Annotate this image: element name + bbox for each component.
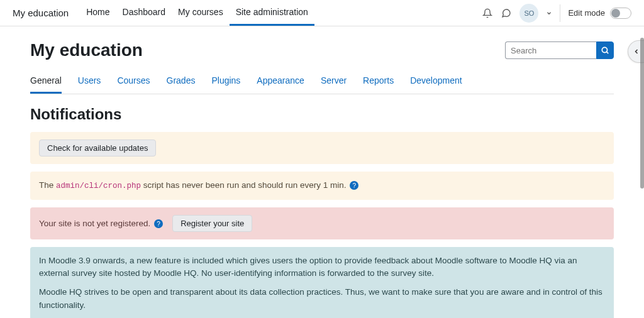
section-title: Notifications	[30, 106, 614, 123]
search-button[interactable]	[596, 41, 614, 59]
edit-mode-toggle[interactable]	[610, 8, 631, 19]
help-icon[interactable]: ?	[154, 219, 163, 228]
brand-name[interactable]: My education	[13, 8, 69, 18]
search-input[interactable]	[505, 41, 596, 59]
nav-site-administration[interactable]: Site administration	[230, 0, 314, 26]
cron-code: admin/cli/cron.php	[56, 182, 141, 190]
notifications-bell-icon[interactable]	[482, 8, 493, 19]
feedback-paragraph-1: In Moodle 3.9 onwards, a new feature is …	[39, 255, 605, 280]
alert-check-updates: Check for available updates	[30, 132, 614, 164]
alert-feedback: In Moodle 3.9 onwards, a new feature is …	[30, 247, 614, 318]
tab-users[interactable]: Users	[78, 72, 101, 94]
divider	[560, 4, 560, 22]
user-avatar[interactable]: SO	[519, 4, 538, 23]
page-title: My education	[30, 40, 143, 60]
cron-text-prefix: The	[39, 180, 56, 190]
alert-cron: The admin/cli/cron.php script has never …	[30, 172, 614, 200]
tab-plugins[interactable]: Plugins	[211, 72, 240, 94]
tab-appearance[interactable]: Appearance	[257, 72, 304, 94]
admin-tabs: General Users Courses Grades Plugins App…	[30, 72, 614, 94]
admin-search	[505, 41, 614, 59]
tab-courses[interactable]: Courses	[117, 72, 150, 94]
help-icon[interactable]: ?	[350, 181, 358, 190]
edit-mode-label: Edit mode	[568, 8, 605, 18]
svg-line-1	[607, 52, 609, 54]
primary-nav: Home Dashboard My courses Site administr…	[80, 0, 314, 26]
edit-mode-control: Edit mode	[568, 8, 631, 19]
tab-development[interactable]: Development	[410, 72, 462, 94]
tab-grades[interactable]: Grades	[167, 72, 196, 94]
tab-server[interactable]: Server	[321, 72, 347, 94]
user-menu-caret-icon[interactable]	[546, 10, 552, 16]
page-content: My education General Users Courses Grade…	[0, 26, 644, 318]
messages-chat-icon[interactable]	[501, 8, 512, 19]
check-updates-button[interactable]: Check for available updates	[39, 140, 156, 156]
topbar-right: SO Edit mode	[482, 4, 638, 23]
tab-reports[interactable]: Reports	[363, 72, 394, 94]
top-navbar: My education Home Dashboard My courses S…	[0, 0, 644, 26]
tab-general[interactable]: General	[30, 72, 62, 94]
nav-dashboard[interactable]: Dashboard	[116, 0, 172, 26]
svg-point-0	[602, 47, 607, 52]
search-icon	[601, 46, 609, 55]
nav-home[interactable]: Home	[80, 0, 116, 26]
register-site-button[interactable]: Register your site	[172, 215, 252, 232]
register-text: Your site is not yet registered.	[39, 219, 153, 228]
feedback-paragraph-2: Moodle HQ strives to be open and transpa…	[39, 286, 605, 312]
cron-text-suffix: script has never been run and should run…	[141, 180, 348, 190]
alert-register: Your site is not yet registered. ? Regis…	[30, 207, 614, 239]
nav-my-courses[interactable]: My courses	[172, 0, 230, 26]
title-bar: My education	[30, 40, 614, 60]
